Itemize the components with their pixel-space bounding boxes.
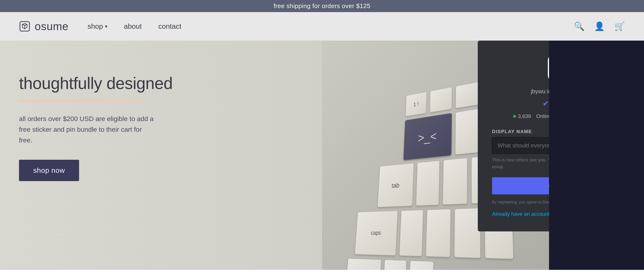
online-count: 3,639 <box>518 113 531 119</box>
search-icon[interactable]: 🔍 <box>574 21 585 31</box>
key-x <box>409 261 434 270</box>
nav-shop[interactable]: shop ▾ <box>88 22 107 30</box>
key-s <box>426 209 451 257</box>
discord-verified-icon: ✔ <box>542 99 548 108</box>
hero-section: 1 ! >_< tab caps sh <box>0 40 644 270</box>
main-nav: shop ▾ about contact <box>88 22 182 30</box>
logo-text[interactable]: osume <box>35 20 69 33</box>
discord-online-stat: 3,639 Online <box>513 113 552 119</box>
logo-icon <box>19 21 30 32</box>
nav-about[interactable]: about <box>124 22 142 30</box>
key-2 <box>430 87 452 113</box>
already-have-account-link[interactable]: Already have an account? <box>492 211 552 217</box>
logo-area: osume <box>19 20 69 33</box>
header-icons: 🔍 👤 🛒 <box>574 21 625 31</box>
key-caps: caps <box>355 211 398 256</box>
header: osume shop ▾ about contact 🔍 👤 🛒 <box>0 12 644 40</box>
hero-content: thoughtfully designed all orders over $2… <box>19 74 173 181</box>
key-w <box>443 158 467 205</box>
announcement-bar: free shipping for orders over $125 <box>0 0 644 12</box>
user-icon[interactable]: 👤 <box>594 21 605 31</box>
key-shift: sh <box>345 259 381 270</box>
announcement-text: free shipping for orders over $125 <box>274 2 370 9</box>
online-dot <box>513 115 516 118</box>
hero-title: thoughtfully designed <box>19 74 173 93</box>
nav-contact[interactable]: contact <box>158 22 182 30</box>
key-a <box>399 210 423 256</box>
chevron-down-icon: ▾ <box>105 23 107 29</box>
dark-overlay <box>549 40 644 270</box>
key-q <box>416 161 440 206</box>
cart-icon[interactable]: 🛒 <box>614 21 625 31</box>
key-tab: tab <box>378 163 414 207</box>
shop-now-button[interactable]: shop now <box>19 160 79 181</box>
key-z <box>382 260 406 270</box>
key-d <box>454 208 481 258</box>
hero-underline <box>19 100 142 102</box>
key-r2-2 <box>455 109 480 155</box>
key-smiley: >_< <box>404 113 452 160</box>
key-1: 1 ! <box>405 92 427 117</box>
key-3 <box>456 82 480 108</box>
hero-description: all orders over $200 USD are eligible to… <box>19 114 157 146</box>
